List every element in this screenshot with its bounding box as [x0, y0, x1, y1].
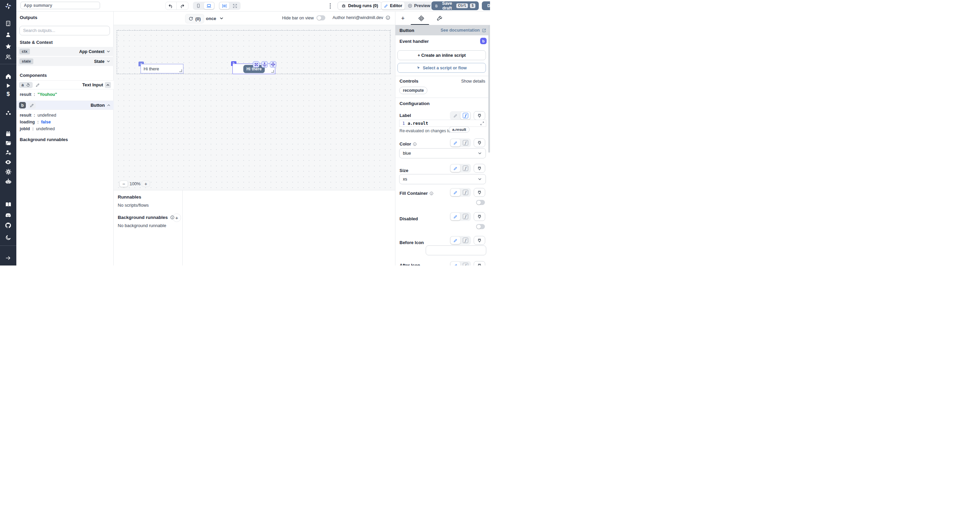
tab-editor[interactable]: Editor [382, 2, 404, 10]
component-a-edit-button[interactable] [35, 82, 40, 87]
fill-container-toggle[interactable] [476, 200, 485, 205]
reeval-chip[interactable]: a.result [449, 127, 469, 133]
size-select[interactable]: xs [399, 174, 486, 184]
dark-mode-moon-icon[interactable] [0, 234, 16, 241]
create-inline-script-button[interactable]: + Create an inline script [398, 50, 486, 60]
github-icon[interactable] [0, 222, 16, 229]
preview-eye-icon [408, 3, 412, 8]
eval-mode-button[interactable]: ƒ [460, 139, 470, 146]
debug-runs-button[interactable]: Debug runs (0) [337, 2, 382, 10]
desktop-view-button[interactable] [204, 2, 214, 9]
tab-preview[interactable]: Preview [405, 2, 433, 10]
fullscreen-layout-button[interactable] [230, 2, 240, 9]
docs-book-icon[interactable] [0, 201, 16, 208]
component-row-b[interactable]: b Button [16, 101, 114, 110]
eval-mode-button[interactable]: ƒ [460, 213, 470, 220]
windmill-logo[interactable] [0, 2, 16, 10]
save-draft-button[interactable]: Save draft Ctrl S [431, 2, 479, 10]
zoom-in-button[interactable]: + [142, 181, 150, 187]
groups-user-cog-icon[interactable] [0, 149, 16, 156]
eval-mode-button[interactable]: ƒ [460, 262, 470, 265]
static-mode-button[interactable] [450, 139, 460, 146]
connect-plug-button[interactable] [474, 261, 485, 265]
connect-plug-button[interactable] [474, 111, 485, 120]
recompute-chip[interactable]: recompute [399, 87, 427, 94]
inspector-scrollbar[interactable] [488, 25, 490, 153]
resize-handle[interactable] [179, 69, 182, 72]
collapse-a-button[interactable] [105, 82, 111, 88]
zoom-out-button[interactable]: − [119, 181, 128, 187]
output-row-b-loading[interactable]: loading : false [20, 120, 51, 124]
before-icon-input[interactable] [426, 246, 486, 255]
collapse-b-button[interactable] [107, 103, 111, 108]
tab-styling[interactable] [436, 14, 444, 22]
component-anchor-button[interactable] [261, 61, 268, 68]
robot-icon[interactable] [0, 178, 16, 185]
disabled-toggle[interactable] [476, 224, 485, 229]
discord-icon[interactable] [0, 211, 16, 219]
resize-handle[interactable] [271, 70, 274, 73]
tab-component-settings[interactable] [417, 14, 425, 22]
connect-plug-button[interactable] [474, 138, 485, 147]
home-icon[interactable] [0, 72, 16, 80]
output-row-a-result[interactable]: result : "Youhou" [20, 92, 57, 97]
static-mode-button[interactable] [450, 112, 460, 119]
expand-sidebar-arrow-icon[interactable] [0, 254, 16, 262]
tab-insert-component[interactable]: + [399, 14, 407, 22]
users-group-icon[interactable] [0, 53, 16, 60]
output-row-b-result[interactable]: result : undefined [20, 113, 56, 117]
deploy-button[interactable]: Deploy [482, 2, 490, 10]
component-b-edit-button[interactable] [28, 102, 36, 108]
variables-dollar-icon[interactable]: $ [0, 90, 16, 98]
color-select[interactable]: blue [399, 148, 486, 159]
code-content[interactable]: a.result [408, 121, 428, 126]
canvas-text-input-a[interactable]: Hi there [140, 64, 183, 73]
user-icon[interactable] [0, 31, 16, 38]
audit-eye-icon[interactable] [0, 159, 16, 166]
settings-gear-icon[interactable] [0, 168, 16, 175]
runs-play-icon[interactable] [0, 82, 16, 89]
state-row[interactable]: state State [16, 57, 114, 66]
undo-button[interactable] [166, 2, 177, 10]
label-code-editor[interactable]: 1 a.result [399, 120, 486, 127]
static-mode-button[interactable] [450, 262, 460, 265]
search-outputs-input[interactable] [19, 26, 110, 35]
workspace-building-icon[interactable] [0, 20, 16, 27]
favorites-star-icon[interactable] [0, 43, 16, 50]
mobile-view-button[interactable] [194, 2, 203, 9]
component-row-a[interactable]: a Text Input [16, 80, 114, 89]
hide-bar-toggle[interactable] [317, 15, 325, 21]
connect-plug-button[interactable] [474, 164, 485, 173]
connect-plug-button[interactable] [474, 236, 485, 245]
centered-layout-button[interactable] [220, 2, 229, 9]
resources-cubes-icon[interactable] [0, 109, 16, 117]
app-summary-input[interactable] [21, 2, 100, 9]
component-move-button[interactable] [270, 61, 276, 68]
show-details-link[interactable]: Show details [461, 79, 485, 84]
static-mode-button[interactable] [450, 165, 460, 172]
refresh-button[interactable]: (0) [185, 14, 204, 24]
select-script-or-flow-button[interactable]: Select a script or flow [398, 63, 486, 73]
app-canvas[interactable]: a Hi there b Hi there − 100% + [114, 25, 395, 190]
output-row-b-jobid[interactable]: jobId : undefined [20, 127, 55, 131]
static-mode-button[interactable] [450, 236, 460, 244]
eval-mode-button[interactable]: ƒ [460, 112, 470, 119]
static-mode-button[interactable] [450, 213, 460, 220]
schedules-calendar-icon[interactable] [0, 130, 16, 137]
eval-mode-button[interactable]: ƒ [460, 165, 470, 172]
output-key: loading [20, 120, 35, 124]
expand-editor-icon[interactable] [480, 121, 484, 125]
redo-button[interactable] [177, 2, 187, 10]
folders-icon[interactable] [0, 139, 16, 146]
connect-plug-button[interactable] [474, 188, 485, 197]
eval-mode-button[interactable]: ƒ [460, 236, 470, 244]
component-expand-button[interactable] [253, 61, 259, 68]
static-mode-button[interactable] [450, 189, 460, 196]
eval-mode-button[interactable]: ƒ [460, 189, 470, 196]
add-background-runnable-button[interactable]: + [172, 214, 181, 222]
more-menu-button[interactable] [329, 2, 332, 10]
see-documentation-link[interactable]: See documentation [441, 28, 486, 33]
schedule-dropdown[interactable]: once [206, 14, 224, 23]
connect-plug-button[interactable] [474, 212, 485, 221]
ctx-row[interactable]: ctx App Context [16, 47, 114, 56]
